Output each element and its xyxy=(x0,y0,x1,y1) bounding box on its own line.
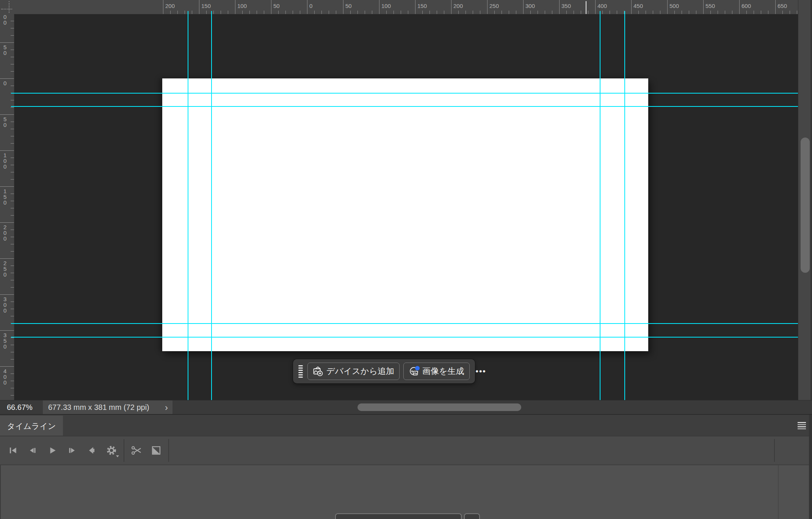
ruler-minor-tick xyxy=(206,11,207,14)
panel-menu-icon[interactable] xyxy=(798,422,806,429)
ruler-minor-tick xyxy=(11,64,14,64)
ruler-label: 200 xyxy=(165,3,175,9)
create-animation-button[interactable] xyxy=(335,513,462,519)
guide-horizontal[interactable] xyxy=(11,106,798,107)
ruler-minor-tick xyxy=(502,11,502,14)
previous-frame-button[interactable] xyxy=(23,440,42,461)
ruler-major-tick xyxy=(595,0,596,14)
toolbar-divider xyxy=(774,439,775,462)
ruler-minor-tick xyxy=(249,11,250,14)
ruler-label: 400 xyxy=(597,3,607,9)
guide-vertical[interactable] xyxy=(624,11,625,400)
ruler-minor-tick xyxy=(11,165,14,165)
ruler-minor-tick xyxy=(192,11,192,14)
ruler-minor-tick xyxy=(300,11,300,14)
horizontal-scrollbar-thumb[interactable] xyxy=(357,403,521,411)
ruler-minor-tick xyxy=(11,201,14,201)
vertical-scrollbar-thumb[interactable] xyxy=(801,138,810,273)
vertical-ruler[interactable]: 1 0 05 005 01 0 01 5 02 0 02 5 03 0 03 5… xyxy=(0,14,14,400)
ruler-minor-tick xyxy=(653,11,653,14)
ruler-label: 350 xyxy=(561,3,571,9)
play-button[interactable] xyxy=(42,440,62,461)
guide-vertical[interactable] xyxy=(188,11,188,400)
guide-horizontal[interactable] xyxy=(11,93,798,94)
ruler-minor-tick xyxy=(11,273,14,273)
chevron-right-icon: › xyxy=(165,404,168,411)
ruler-minor-tick xyxy=(11,280,14,280)
animation-options-dropdown[interactable] xyxy=(464,513,480,519)
ruler-minor-tick xyxy=(660,11,660,14)
ruler-major-tick xyxy=(0,114,14,115)
ruler-label: 1 0 0 xyxy=(3,152,6,169)
ruler-label: 200 xyxy=(453,3,463,9)
ruler-minor-tick xyxy=(516,11,516,14)
ruler-minor-tick xyxy=(689,11,689,14)
ruler-minor-tick xyxy=(242,11,243,14)
ruler-minor-tick xyxy=(682,11,682,14)
document-info-box[interactable]: 677.33 mm x 381 mm (72 ppi) › xyxy=(43,400,172,414)
first-frame-button[interactable] xyxy=(3,440,23,461)
zoom-level-field[interactable]: 66.67% xyxy=(7,400,33,414)
horizontal-ruler[interactable]: 2001501005005010015020025030035040045050… xyxy=(14,0,798,14)
ruler-minor-tick xyxy=(11,194,14,194)
ruler-minor-tick xyxy=(509,11,509,14)
guide-horizontal[interactable] xyxy=(11,323,798,324)
next-frame-button[interactable] xyxy=(62,440,82,461)
ruler-minor-tick xyxy=(797,11,797,14)
ruler-minor-tick xyxy=(444,11,444,14)
ruler-origin-corner[interactable] xyxy=(0,0,14,14)
ruler-minor-tick xyxy=(718,11,718,14)
add-from-device-button[interactable]: デバイスから追加 xyxy=(307,363,400,380)
ruler-label: 2 5 0 xyxy=(3,260,6,277)
split-at-playhead-button[interactable] xyxy=(127,440,146,461)
tab-timeline[interactable]: タイムライン xyxy=(0,416,63,436)
status-bar: 66.67% 677.33 mm x 381 mm (72 ppi) › xyxy=(0,400,812,414)
ruler-minor-tick xyxy=(430,11,430,14)
ruler-minor-tick xyxy=(285,11,286,14)
ruler-mouse-indicator xyxy=(586,1,586,14)
guide-vertical[interactable] xyxy=(211,11,212,400)
timeline-content-area[interactable] xyxy=(0,465,812,519)
ruler-minor-tick xyxy=(790,11,790,14)
ruler-major-tick xyxy=(667,0,668,14)
ruler-minor-tick xyxy=(11,100,14,100)
ruler-minor-tick xyxy=(177,11,178,14)
more-options-button[interactable]: ••• xyxy=(473,367,489,376)
ruler-label: 250 xyxy=(489,3,499,9)
taskbar-drag-grip[interactable] xyxy=(298,365,304,378)
ruler-label: 50 xyxy=(273,3,280,9)
transition-icon xyxy=(151,445,161,456)
ruler-minor-tick xyxy=(538,11,538,14)
ruler-minor-tick xyxy=(11,309,14,309)
ruler-minor-tick xyxy=(11,57,14,57)
ruler-label: 3 0 0 xyxy=(3,296,6,313)
ruler-minor-tick xyxy=(393,11,394,14)
ruler-major-tick xyxy=(0,150,14,151)
ruler-minor-tick xyxy=(761,11,761,14)
ruler-label: 5 0 xyxy=(3,44,6,56)
transition-button[interactable] xyxy=(146,440,166,461)
ruler-major-tick xyxy=(271,0,271,14)
ruler-minor-tick xyxy=(566,11,567,14)
enable-audio-button[interactable] xyxy=(82,440,102,461)
ruler-minor-tick xyxy=(11,302,14,302)
generate-image-button[interactable]: 画像を生成 xyxy=(403,363,470,380)
vertical-scrollbar[interactable] xyxy=(798,0,812,400)
ruler-minor-tick xyxy=(11,287,14,288)
document-canvas[interactable] xyxy=(162,78,648,351)
ruler-minor-tick xyxy=(11,230,14,230)
ruler-label: 650 xyxy=(778,3,787,9)
ruler-label: 600 xyxy=(741,3,751,9)
add-from-device-label: デバイスから追加 xyxy=(326,366,394,377)
ruler-major-tick xyxy=(0,222,14,223)
ruler-minor-tick xyxy=(11,237,14,237)
ruler-minor-tick xyxy=(768,11,768,14)
ruler-label: 5 0 xyxy=(3,116,6,128)
guide-vertical[interactable] xyxy=(600,11,600,400)
guide-horizontal[interactable] xyxy=(11,337,798,338)
timeline-settings-button[interactable] xyxy=(102,440,121,461)
ruler-label: 0 xyxy=(309,3,312,9)
ruler-label: 150 xyxy=(201,3,211,9)
ruler-minor-tick xyxy=(11,172,14,172)
ruler-minor-tick xyxy=(11,244,14,244)
